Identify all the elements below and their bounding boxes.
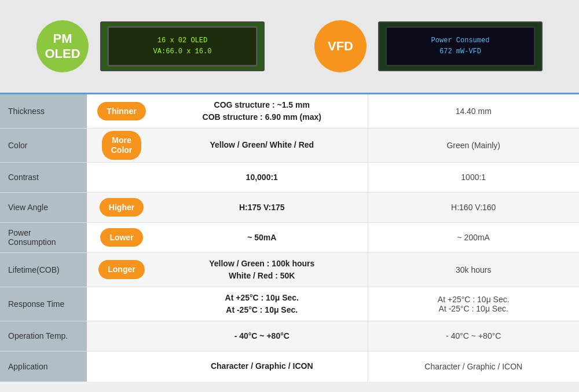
oled-value: H:175 V:175 [156,193,368,222]
table-row: ColorMore ColorYellow / Green/ White / R… [0,129,579,163]
oled-display-text: 16 x 02 OLED VA:66.0 x 16.0 [153,35,212,57]
vfd-value: ~ 200mA [368,223,580,252]
table-row: Power ConsumptionLower~ 50mA~ 200mA [0,223,579,253]
row-label: Contrast [0,163,87,192]
oled-value: - 40°C ~ +80°C [156,321,368,351]
advantage-badge: Longer [98,260,144,279]
oled-value: 10,000:1 [156,163,368,192]
oled-display-board: 16 x 02 OLED VA:66.0 x 16.0 [100,21,265,71]
oled-display: 16 x 02 OLED VA:66.0 x 16.0 [107,26,258,67]
row-badge-col [87,163,156,192]
vfd-value: - 40°C ~ +80°C [368,321,580,351]
header-section: PM OLED 16 x 02 OLED VA:66.0 x 16.0 VFD … [0,0,579,93]
row-badge-col [87,351,156,382]
vfd-display: Power Consumed 672 mW-VFD [385,26,536,67]
oled-value: Yellow / Green/ White / Red [156,129,368,162]
row-label: Power Consumption [0,223,87,252]
table-row: ThicknessThinnerCOG structure : ~1.5 mm … [0,94,579,129]
row-label: Thickness [0,94,87,128]
vfd-display-board: Power Consumed 672 mW-VFD [378,21,543,71]
advantage-badge: Thinner [97,102,145,121]
table-row: Contrast10,000:11000:1 [0,163,579,193]
table-row: Response TimeAt +25°C : 10μ Sec. At -25°… [0,287,579,321]
advantage-badge: Lower [100,228,142,247]
row-badge-col: Longer [87,253,156,287]
pm-oled-section: PM OLED 16 x 02 OLED VA:66.0 x 16.0 [36,20,265,72]
row-label: Lifetime(COB) [0,253,87,287]
advantage-badge: More Color [102,131,142,160]
vfd-value: 14.40 mm [368,94,580,128]
vfd-value: Character / Graphic / ICON [368,351,580,382]
row-label: Operation Temp. [0,321,87,351]
row-label: View Angle [0,193,87,222]
vfd-display-text: Power Consumed 672 mW-VFD [431,35,490,57]
row-badge-col: Lower [87,223,156,252]
table-row: Lifetime(COB)LongerYellow / Green : 100k… [0,253,579,287]
row-label: Response Time [0,287,87,321]
vfd-value: Green (Mainly) [368,129,580,162]
oled-value: COG structure : ~1.5 mm COB structure : … [156,94,368,128]
vfd-value: At +25°C : 10μ Sec. At -25°C : 10μ Sec. [368,287,580,321]
oled-value: At +25°C : 10μ Sec. At -25°C : 10μ Sec. [156,287,368,321]
row-label: Color [0,129,87,162]
vfd-value: H:160 V:160 [368,193,580,222]
advantage-badge: Higher [100,198,144,217]
vfd-badge: VFD [314,20,367,72]
row-label: Application [0,351,87,382]
oled-value: Character / Graphic / ICON [156,351,368,382]
row-badge-col: More Color [87,129,156,162]
vfd-section: VFD Power Consumed 672 mW-VFD [314,20,543,72]
table-row: ApplicationCharacter / Graphic / ICONCha… [0,351,579,382]
row-badge-col [87,287,156,321]
pm-oled-badge: PM OLED [36,20,89,72]
row-badge-col: Thinner [87,94,156,128]
vfd-value: 30k hours [368,253,580,287]
table-row: Operation Temp.- 40°C ~ +80°C- 40°C ~ +8… [0,321,579,351]
oled-value: ~ 50mA [156,223,368,252]
row-badge-col: Higher [87,193,156,222]
oled-value: Yellow / Green : 100k hours White / Red … [156,253,368,287]
row-badge-col [87,321,156,351]
comparison-table: ThicknessThinnerCOG structure : ~1.5 mm … [0,94,579,382]
vfd-value: 1000:1 [368,163,580,192]
table-row: View AngleHigherH:175 V:175H:160 V:160 [0,193,579,223]
